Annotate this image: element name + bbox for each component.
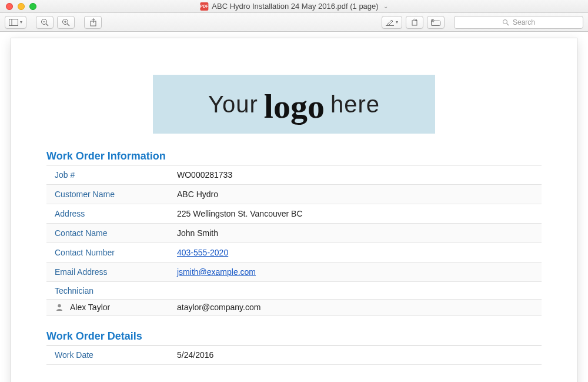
label-job-number: Job # (55, 170, 177, 180)
row-technician: Alex Taylor ataylor@company.com (46, 300, 542, 316)
label-contact-number: Contact Number (55, 248, 177, 257)
logo-placeholder: Your logo here (153, 75, 435, 134)
svg-line-3 (46, 24, 49, 26)
window-zoom-button[interactable] (29, 3, 36, 10)
search-input[interactable]: Search (454, 16, 583, 29)
highlight-button[interactable]: ▾ (382, 16, 402, 29)
row-contact-name: Contact Name John Smith (46, 224, 542, 243)
svg-marker-11 (387, 20, 393, 26)
chevron-down-icon: ⌄ (383, 3, 388, 9)
label-customer-name: Customer Name (55, 190, 177, 199)
label-email-address: Email Address (55, 267, 177, 277)
row-email-address: Email Address jsmith@example.com (46, 263, 542, 282)
value-contact-number[interactable]: 403-555-2020 (177, 248, 228, 257)
document-viewport[interactable]: Your logo here Work Order Information Jo… (0, 32, 588, 382)
label-contact-name: Contact Name (55, 228, 177, 238)
section-title-work-order-details: Work Order Details (46, 330, 542, 346)
row-customer-name: Customer Name ABC Hydro (46, 185, 542, 204)
window-title-text: ABC Hydro Installation 24 May 2016.pdf (… (212, 2, 378, 11)
label-address: Address (55, 209, 177, 218)
row-contact-number: Contact Number 403-555-2020 (46, 243, 542, 263)
rotate-button[interactable] (406, 16, 423, 29)
svg-point-17 (503, 19, 507, 24)
value-job-number: WO000281733 (177, 170, 232, 180)
logo-text-your: Your (208, 91, 258, 118)
traffic-lights (6, 3, 36, 10)
zoom-in-button[interactable] (57, 16, 75, 29)
value-technician-email: ataylor@company.com (177, 303, 260, 312)
svg-rect-13 (412, 21, 417, 25)
section-title-work-order-info: Work Order Information (46, 150, 542, 165)
svg-point-19 (58, 304, 61, 307)
row-job-number: Job # WO000281733 (46, 165, 542, 185)
window-title[interactable]: PDF ABC Hydro Installation 24 May 2016.p… (200, 2, 387, 11)
svg-line-18 (507, 24, 509, 25)
label-work-date: Work Date (55, 350, 177, 360)
search-icon (502, 19, 509, 26)
value-address: 225 Wellingston St. Vancouver BC (177, 209, 303, 218)
svg-rect-0 (9, 19, 18, 25)
logo-text-script: logo (264, 89, 325, 124)
search-placeholder: Search (513, 18, 535, 26)
value-customer-name: ABC Hydro (177, 190, 218, 199)
value-work-date: 5/24/2016 (177, 350, 213, 360)
window-titlebar: PDF ABC Hydro Installation 24 May 2016.p… (0, 0, 588, 13)
pdf-page: Your logo here Work Order Information Jo… (11, 38, 577, 382)
sidebar-toggle-button[interactable]: ▾ (5, 16, 26, 29)
pdf-icon: PDF (200, 2, 208, 11)
window-close-button[interactable] (6, 3, 13, 10)
window-minimize-button[interactable] (18, 3, 25, 10)
person-icon (55, 303, 64, 312)
svg-line-6 (68, 24, 70, 26)
share-button[interactable] (84, 16, 102, 29)
zoom-out-button[interactable] (36, 16, 54, 29)
markup-toolbox-button[interactable] (427, 16, 445, 29)
label-technician: Technician (46, 282, 542, 300)
row-address: Address 225 Wellingston St. Vancouver BC (46, 204, 542, 224)
value-email-address[interactable]: jsmith@example.com (177, 267, 256, 277)
row-work-date: Work Date 5/24/2016 (46, 346, 542, 365)
value-technician-name: Alex Taylor (70, 303, 177, 312)
value-contact-name: John Smith (177, 228, 218, 238)
toolbar: ▾ ▾ Search (0, 13, 588, 32)
logo-text-here: here (330, 91, 380, 118)
